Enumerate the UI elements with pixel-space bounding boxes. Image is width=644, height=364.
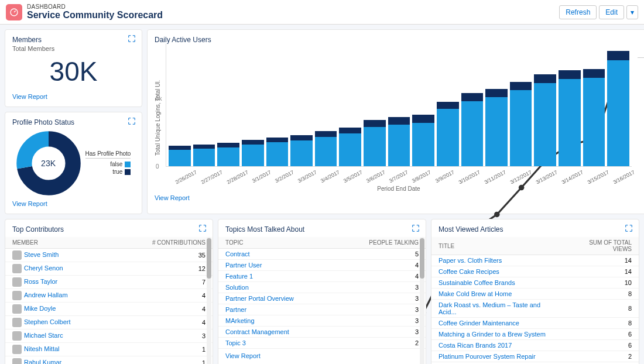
legend: Has Profile Photo false true — [85, 150, 131, 176]
row-name[interactable]: Mike Doyle — [5, 303, 112, 316]
view-report-link[interactable]: View Report — [12, 93, 47, 100]
avatar — [12, 250, 22, 260]
row-name[interactable]: Rahul Kumar — [5, 356, 112, 365]
col-contributions[interactable]: # CONTRIBUTIONS — [112, 237, 213, 249]
x-label: 3/9/2017 — [434, 169, 455, 184]
row-name[interactable]: MArketing — [218, 315, 335, 327]
col-people[interactable]: PEOPLE TALKING — [335, 237, 426, 249]
row-name[interactable]: Ross Taylor — [5, 276, 112, 289]
table-row: MArketing3 — [218, 315, 426, 327]
row-name[interactable]: Nitesh Mittal — [5, 343, 112, 356]
row-count: 3 — [335, 293, 426, 304]
row-name[interactable]: Solution — [218, 282, 335, 293]
table-row: Make Cold Brew at Home8 — [431, 289, 639, 300]
x-label: 3/13/2017 — [535, 169, 558, 186]
x-labels: 2/26/20172/27/20172/28/20173/1/20173/2/2… — [166, 169, 632, 175]
avatar — [12, 277, 22, 287]
row-name[interactable]: Partner User — [218, 260, 335, 271]
row-name[interactable]: Platinum Pourover System Repair — [431, 351, 563, 362]
bar-col — [217, 44, 239, 166]
view-report-link[interactable]: View Report — [218, 351, 268, 359]
expand-icon[interactable] — [198, 224, 207, 232]
more-actions-button[interactable]: ▾ — [626, 5, 638, 19]
expand-icon[interactable] — [128, 35, 136, 43]
bar-col — [169, 44, 191, 166]
table-row: Partner3 — [218, 304, 426, 315]
left-column: Members Total Members 30K View Report Pr… — [5, 29, 142, 214]
table-row: Andrew Hallam4 — [5, 289, 213, 303]
row-name[interactable]: Partner — [218, 304, 335, 315]
view-report-link[interactable]: View Report — [12, 200, 47, 207]
row-name[interactable]: Paper vs. Cloth Filters — [431, 255, 563, 266]
col-views[interactable]: SUM OF TOTAL VIEWS — [563, 237, 639, 255]
x-label: 3/16/2017 — [612, 169, 636, 186]
scrollbar[interactable] — [420, 237, 424, 364]
row-count: 2 — [335, 338, 426, 349]
page-header: DASHBOARD Service Community Scorecard Re… — [0, 0, 644, 25]
bar-col — [339, 44, 361, 166]
bar-col — [559, 44, 581, 166]
row-name[interactable]: Sustainable Coffee Brands — [431, 277, 563, 289]
col-article-title[interactable]: TITLE — [431, 237, 563, 255]
row-count: 6 — [563, 329, 639, 340]
expand-icon[interactable] — [625, 224, 633, 232]
row-name[interactable]: Contract Management — [218, 327, 335, 338]
table-row: Nitesh Mittal1 — [5, 343, 213, 356]
refresh-button[interactable]: Refresh — [559, 5, 597, 19]
topics-card: Topics Most Talked About TOPIC PEOPLE TA… — [218, 219, 426, 364]
row-count: 7 — [112, 276, 213, 289]
table-row: Contract5 — [218, 249, 426, 260]
row-count: 12 — [112, 262, 213, 276]
row-name[interactable]: Feature 1 — [218, 271, 335, 282]
row-name[interactable]: Contract — [218, 249, 335, 260]
row-name[interactable]: Dark Roast vs. Medium – Taste and Acid..… — [431, 300, 563, 318]
dashboard-icon — [6, 4, 22, 20]
x-label: 3/15/2017 — [586, 169, 609, 186]
scrollbar[interactable] — [207, 237, 211, 364]
edit-button[interactable]: Edit — [599, 5, 624, 19]
row-name[interactable]: Partner Portal Overview — [218, 293, 335, 304]
table-row: Steve Smith35 — [5, 249, 213, 262]
row-name[interactable]: Coffee Cake Recipes — [431, 266, 563, 277]
row-name[interactable]: Cheryl Senon — [5, 262, 112, 276]
row-name[interactable]: Coffee Grinder Maintenance — [431, 318, 563, 329]
row-count: 4 — [335, 260, 426, 271]
row-name[interactable]: Costa Rican Brands 2017 — [431, 340, 563, 351]
row-name[interactable]: Stephen Colbert — [5, 316, 112, 329]
row-count: 4 — [335, 271, 426, 282]
bar-col — [193, 44, 215, 166]
bar-col — [437, 44, 459, 166]
row-name[interactable]: Topic 3 — [218, 338, 335, 349]
row-count: 10 — [563, 277, 639, 289]
bar-col — [583, 44, 605, 166]
x-label: 3/14/2017 — [560, 169, 584, 186]
table-row: Feature 14 — [218, 271, 426, 282]
table-row: Paper vs. Cloth Filters14 — [431, 255, 639, 266]
expand-icon[interactable] — [412, 224, 420, 232]
row-count: 8 — [563, 300, 639, 318]
row-name[interactable]: Andrew Hallam — [5, 289, 112, 303]
row-count: 3 — [335, 327, 426, 338]
avatar — [12, 358, 22, 364]
legend-false-label: false — [110, 161, 122, 167]
bar-col — [485, 44, 508, 166]
row-name[interactable]: Steve Smith — [5, 249, 112, 262]
members-title: Members — [12, 36, 135, 44]
col-topic[interactable]: TOPIC — [218, 237, 335, 249]
header-title-wrap: DASHBOARD Service Community Scorecard — [27, 4, 559, 20]
card-title: Most Viewed Articles — [431, 225, 639, 237]
row-name[interactable]: Matching a Grinder to a Brew System — [431, 329, 563, 340]
row-count: 3 — [335, 315, 426, 327]
row-name[interactable]: Make Cold Brew at Home — [431, 289, 563, 300]
x-label: 3/10/2017 — [457, 169, 481, 186]
view-report-link[interactable]: View Report — [155, 194, 190, 201]
col-member[interactable]: MEMBER — [5, 237, 112, 249]
table-row: Coffee Grinder Maintenance8 — [431, 318, 639, 329]
row-count: 5 — [335, 249, 426, 260]
expand-icon[interactable] — [128, 117, 136, 125]
row-count: 4 — [112, 303, 213, 316]
row-name[interactable]: Michael Starc — [5, 329, 112, 343]
donut-center: 23K — [16, 131, 81, 195]
table-row: Contract Management3 — [218, 327, 426, 338]
articles-card: Most Viewed Articles TITLE SUM OF TOTAL … — [431, 219, 639, 364]
